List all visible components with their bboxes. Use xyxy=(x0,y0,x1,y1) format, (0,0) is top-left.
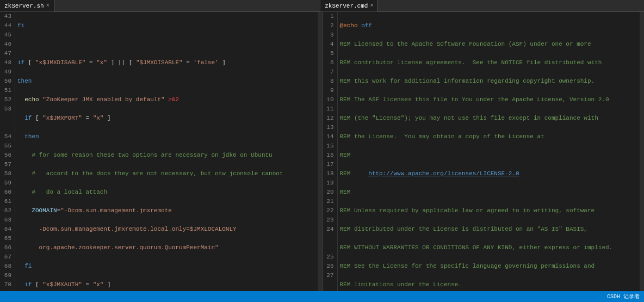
editor-area: 43 44 45 46 47 48 49 50 51 52 53 54 55 5… xyxy=(0,12,644,291)
left-pane: 43 44 45 46 47 48 49 50 51 52 53 54 55 5… xyxy=(0,12,323,291)
tab-right-close[interactable]: × xyxy=(370,3,373,9)
left-code-container[interactable]: 43 44 45 46 47 48 49 50 51 52 53 54 55 5… xyxy=(0,12,322,291)
right-code-container[interactable]: 1 2 3 4 5 6 7 8 9 10 11 12 13 14 15 16 1… xyxy=(323,12,645,291)
status-text: CSDH 记录者 xyxy=(607,293,640,300)
right-code-content: @echo off REM Licensed to the Apache Sof… xyxy=(338,12,640,291)
tab-left-label: zkServer.sh xyxy=(4,3,44,9)
left-scrollbar[interactable] xyxy=(318,12,322,291)
tab-right[interactable]: zkServer.cmd × xyxy=(320,0,378,11)
tab-left-close[interactable]: × xyxy=(46,3,49,9)
left-line-numbers: 43 44 45 46 47 48 49 50 51 52 53 54 55 5… xyxy=(0,12,15,291)
tab-bar: zkServer.sh × zkServer.cmd × xyxy=(0,0,644,12)
left-code-content: fi if [ "x$JMXDISABLE" = "x" ] || [ "$JM… xyxy=(15,12,318,291)
tab-right-label: zkServer.cmd xyxy=(325,3,368,9)
tab-left[interactable]: zkServer.sh × xyxy=(0,0,54,11)
right-scrollbar[interactable] xyxy=(640,12,644,291)
right-line-numbers: 1 2 3 4 5 6 7 8 9 10 11 12 13 14 15 16 1… xyxy=(323,12,338,291)
right-pane: 1 2 3 4 5 6 7 8 9 10 11 12 13 14 15 16 1… xyxy=(323,12,645,291)
status-bar: CSDH 记录者 xyxy=(0,291,644,302)
